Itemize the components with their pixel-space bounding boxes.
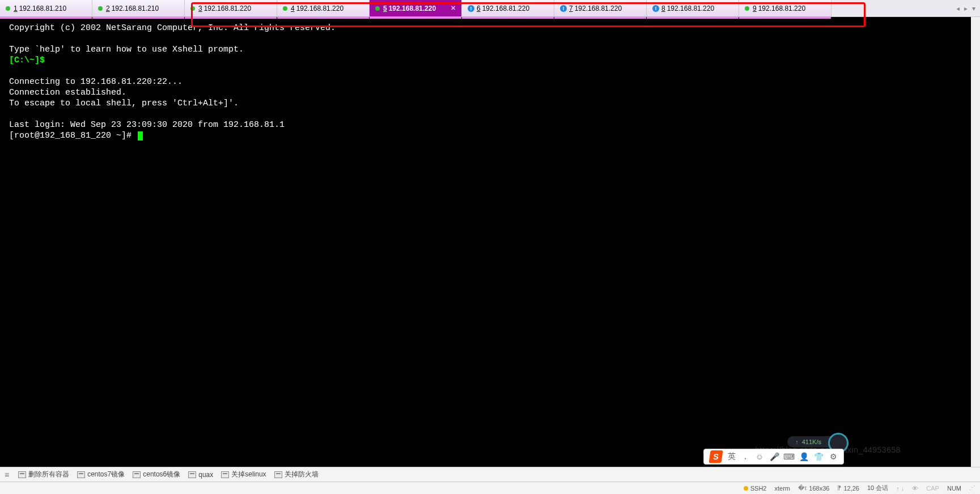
tab-number: 5 [383,5,387,12]
tab-number: 9 [753,5,757,12]
toolbar-label: centos6镜像 [143,470,180,479]
skin-icon[interactable]: 👕 [814,452,823,461]
speed-value: 411K/s [802,438,821,445]
status-dot-icon [745,6,749,11]
connection-dot-icon [744,486,748,491]
quick-command-toolbar: ≡ 删除所有容器 centos7镜像 centos6镜像 quax 关掉seli… [0,467,980,482]
status-ssh: SSH2 [744,485,767,492]
quick-cmd-centos7[interactable]: centos7镜像 [77,470,125,479]
script-icon [188,471,196,478]
tab-scroll-left-icon[interactable]: ◂ [954,5,962,12]
status-term-size: �τ168x36 [798,484,829,492]
user-icon[interactable]: 👤 [799,452,808,461]
terminal-line: Last login: Wed Sep 23 23:09:30 2020 fro… [9,120,285,130]
upload-arrow-icon: ↑ [795,438,799,445]
toolbar-label: 关掉防火墙 [285,470,319,479]
tab-label: 192.168.81.220 [667,5,714,12]
script-icon [77,471,85,478]
tab-number: 2 [106,5,110,12]
toolbar-label: 删除所有容器 [28,470,69,479]
status-dot-icon [283,6,287,11]
tab-menu-dropdown-icon[interactable]: ▾ [970,5,978,12]
ime-language[interactable]: 英 [728,452,736,462]
quick-cmd-centos6[interactable]: centos6镜像 [133,470,180,479]
tab-nav-controls: ◂ ▸ ▾ [952,0,980,16]
status-cap-lock: CAP [926,485,939,492]
tab-number: 3 [198,5,202,12]
tab-label: 192.168.81.220 [575,5,622,12]
keyboard-icon[interactable]: ⌨ [784,452,794,461]
tab-label: 192.168.81.210 [112,5,159,12]
terminal-pane[interactable]: Copyright (c) 2002 NetSarang Computer, I… [0,17,980,467]
status-eye-icon[interactable]: 👁 [912,485,918,492]
tab-scroll-right-icon[interactable]: ▸ [962,5,970,12]
script-icon [274,471,282,478]
session-tab-1[interactable]: 1192.168.81.210 [0,0,92,16]
status-dot-icon [190,6,195,11]
info-status-icon: ! [560,5,567,12]
session-tab-6[interactable]: !6192.168.81.220 [462,0,554,16]
tab-number: 6 [477,5,481,12]
tab-number: 1 [14,5,18,12]
tab-number: 8 [661,5,665,12]
session-tab-8[interactable]: !8192.168.81.220 [647,0,739,16]
toolbox-icon[interactable]: ⚙ [829,452,838,461]
terminal-line: Type `help' to learn how to use Xshell p… [9,45,244,54]
tab-label: 192.168.81.220 [482,5,529,12]
ime-toolbar[interactable]: S 英 ， ☺ 🎤 ⌨ 👤 👕 ⚙ [703,449,844,465]
toolbar-label: quax [198,471,213,479]
tab-number: 4 [291,5,295,12]
info-status-icon: ! [468,5,474,12]
status-session-count: 10 会话 [867,484,888,492]
session-tab-7[interactable]: !7192.168.81.220 [554,0,647,16]
status-arrows[interactable]: ↑ ↓ [896,485,904,492]
terminal-line: Connection established. [9,88,126,97]
quick-cmd-delete-containers[interactable]: 删除所有容器 [18,470,69,479]
status-dot-icon [375,6,380,11]
status-term-type: xterm [774,485,790,492]
status-dot-icon [6,6,10,11]
ime-punctuation[interactable]: ， [741,452,749,462]
terminal-line: Copyright (c) 2002 NetSarang Computer, I… [9,23,336,33]
emoji-icon[interactable]: ☺ [755,452,764,461]
tab-label: 192.168.81.220 [296,5,343,12]
session-tab-4[interactable]: 4192.168.81.220 [277,0,370,16]
status-dot-icon [98,6,103,11]
script-icon [133,471,141,478]
terminal-prompt: [root@192_168_81_220 ~]# [9,131,137,140]
tab-label: 192.168.81.210 [19,5,66,12]
session-tab-2[interactable]: 2192.168.81.210 [92,0,185,16]
menu-icon[interactable]: ≡ [3,470,10,479]
cursor-icon [138,131,143,140]
toolbar-label: 关掉selinux [231,470,266,479]
quick-cmd-firewall[interactable]: 关掉防火墙 [274,470,319,479]
terminal-line: Connecting to 192.168.81.220:22... [9,77,183,87]
quick-cmd-selinux[interactable]: 关掉selinux [221,470,266,479]
microphone-icon[interactable]: 🎤 [770,452,779,461]
network-speed-widget[interactable]: ↑ 411K/s [787,436,838,448]
tab-label: 192.168.81.220 [389,5,436,12]
sogou-logo-icon[interactable]: S [709,450,723,463]
info-status-icon: ! [652,5,659,12]
toolbar-label: centos7镜像 [87,470,125,479]
script-icon [18,471,26,478]
tab-label: 192.168.81.220 [758,5,805,12]
tab-number: 7 [569,5,573,12]
status-font-size: ⁋12,26 [837,484,859,492]
session-tab-9[interactable]: 9192.168.81.220 [739,0,831,16]
session-tab-3[interactable]: 3192.168.81.220 [185,0,277,16]
tab-strip: 1192.168.81.210 2192.168.81.210 3192.168… [0,0,980,17]
vertical-scrollbar[interactable] [971,17,980,467]
status-bar: SSH2 xterm �τ168x36 ⁋12,26 10 会话 ↑ ↓ 👁 C… [0,482,980,494]
close-tab-icon[interactable]: ✕ [446,5,456,12]
session-tab-5[interactable]: 5192.168.81.220✕ [370,0,462,16]
terminal-line: To escape to local shell, press 'Ctrl+Al… [9,99,239,108]
script-icon [221,471,229,478]
quick-cmd-quax[interactable]: quax [188,471,213,479]
terminal-prompt: [C:\~]$ [9,56,45,65]
status-num-lock: NUM [947,485,961,492]
tab-label: 192.168.81.220 [204,5,251,12]
status-resize-grip-icon[interactable]: ⋰ [969,484,975,492]
